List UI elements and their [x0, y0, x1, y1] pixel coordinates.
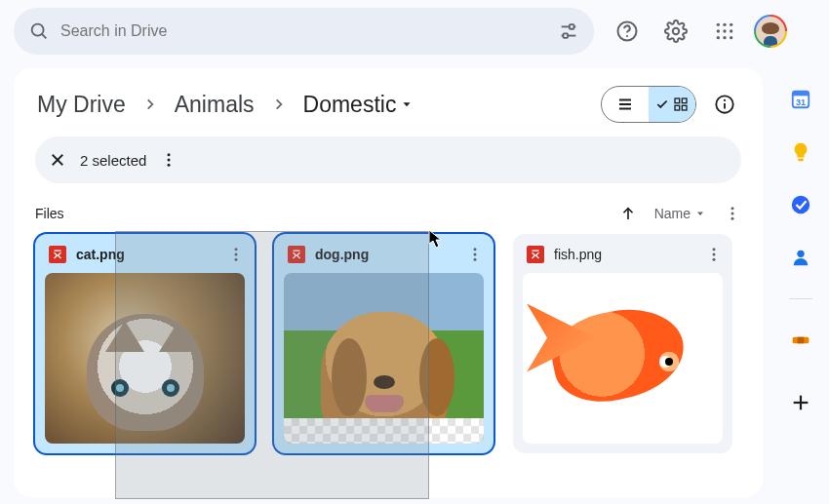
sort-controls: Name — [619, 205, 741, 222]
breadcrumb-current-label: Domestic — [303, 92, 397, 118]
breadcrumb-root[interactable]: My Drive — [35, 90, 128, 120]
addons-app-icon[interactable] — [789, 329, 812, 352]
keep-app-icon[interactable] — [789, 140, 812, 164]
file-card[interactable]: fish.png — [513, 234, 732, 453]
file-name-label: dog.png — [315, 247, 456, 262]
side-panel: 31 — [772, 84, 829, 414]
svg-rect-25 — [682, 105, 687, 110]
svg-rect-4 — [570, 24, 574, 29]
svg-point-0 — [32, 24, 44, 36]
file-grid: cat.png dog.png fish.png — [35, 234, 741, 453]
svg-rect-52 — [793, 92, 809, 97]
view-options-button[interactable] — [724, 205, 741, 222]
list-view-button[interactable] — [602, 87, 649, 122]
svg-point-8 — [673, 28, 679, 34]
tasks-app-icon[interactable] — [789, 193, 812, 216]
settings-gear-icon[interactable] — [656, 12, 695, 51]
svg-point-40 — [235, 248, 238, 251]
svg-point-36 — [731, 207, 734, 210]
topbar-actions — [608, 12, 787, 51]
svg-point-10 — [723, 23, 726, 26]
file-more-button[interactable] — [466, 246, 484, 263]
grid-view-button[interactable] — [649, 87, 695, 122]
svg-point-45 — [474, 253, 477, 256]
svg-point-42 — [235, 258, 238, 261]
svg-rect-22 — [675, 98, 680, 103]
clear-selection-button[interactable] — [49, 151, 66, 169]
svg-point-28 — [724, 99, 726, 101]
selection-count-label: 2 selected — [80, 152, 146, 169]
search-input[interactable] — [51, 22, 557, 40]
svg-point-38 — [731, 217, 734, 220]
svg-rect-54 — [798, 158, 804, 161]
file-card-header: cat.png — [35, 234, 255, 273]
svg-rect-24 — [675, 105, 680, 110]
breadcrumb-mid[interactable]: Animals — [173, 90, 257, 120]
svg-marker-35 — [697, 213, 703, 216]
svg-text:31: 31 — [796, 97, 806, 107]
selection-bar: 2 selected — [35, 136, 741, 183]
account-avatar[interactable] — [754, 15, 787, 48]
view-toggle-wrap — [601, 86, 741, 123]
file-thumbnail[interactable] — [284, 273, 484, 444]
svg-point-17 — [730, 36, 732, 39]
svg-rect-5 — [564, 33, 569, 38]
side-panel-separator — [789, 298, 812, 299]
file-name-label: cat.png — [76, 247, 217, 262]
sort-field-label: Name — [654, 206, 691, 221]
file-more-button[interactable] — [227, 246, 245, 263]
file-more-button[interactable] — [705, 246, 723, 263]
breadcrumb-row: My Drive Animals Domestic — [35, 86, 741, 123]
svg-marker-18 — [404, 102, 411, 106]
main-panel: My Drive Animals Domestic — [14, 68, 763, 497]
svg-point-15 — [717, 36, 720, 39]
grid-icon — [673, 97, 689, 112]
svg-point-9 — [717, 23, 720, 26]
svg-point-48 — [713, 248, 716, 251]
caret-down-icon — [400, 97, 414, 111]
sort-field-button[interactable]: Name — [654, 206, 706, 221]
svg-point-37 — [731, 213, 734, 215]
caret-down-icon — [694, 208, 706, 219]
help-icon[interactable] — [608, 12, 647, 51]
chevron-right-icon — [272, 97, 286, 111]
image-file-icon — [49, 246, 66, 263]
breadcrumb-current[interactable]: Domestic — [301, 90, 416, 120]
svg-point-44 — [474, 248, 477, 251]
add-app-button[interactable] — [789, 391, 812, 414]
file-card-header: fish.png — [513, 234, 732, 273]
view-toggle — [601, 86, 696, 123]
svg-point-56 — [797, 251, 804, 257]
file-card-header: dog.png — [274, 234, 493, 273]
sort-direction-button[interactable] — [619, 205, 637, 222]
file-name-label: fish.png — [554, 247, 695, 262]
chevron-right-icon — [143, 97, 157, 111]
search-options-icon[interactable] — [557, 19, 580, 43]
svg-point-16 — [723, 36, 726, 39]
svg-point-13 — [723, 29, 726, 32]
svg-point-46 — [474, 258, 477, 261]
svg-point-11 — [730, 23, 732, 26]
search-icon[interactable] — [27, 19, 51, 43]
svg-point-32 — [168, 159, 171, 162]
image-file-icon — [288, 246, 305, 263]
breadcrumb: My Drive Animals Domestic — [35, 90, 415, 120]
info-icon[interactable] — [708, 88, 741, 121]
files-header: Files Name — [35, 205, 741, 222]
file-card[interactable]: dog.png — [274, 234, 493, 453]
calendar-app-icon[interactable]: 31 — [789, 88, 812, 111]
svg-line-1 — [42, 34, 46, 38]
svg-point-31 — [168, 153, 171, 156]
svg-point-33 — [168, 164, 171, 167]
contacts-app-icon[interactable] — [789, 246, 812, 269]
file-card[interactable]: cat.png — [35, 234, 255, 453]
image-file-icon — [527, 246, 544, 263]
file-thumbnail[interactable] — [45, 273, 245, 444]
check-icon — [655, 97, 669, 111]
search-bar[interactable] — [14, 8, 594, 55]
selection-more-button[interactable] — [160, 151, 178, 169]
file-thumbnail[interactable] — [523, 273, 723, 444]
svg-point-7 — [626, 35, 628, 37]
apps-grid-icon[interactable] — [705, 12, 744, 51]
svg-rect-58 — [798, 337, 805, 344]
